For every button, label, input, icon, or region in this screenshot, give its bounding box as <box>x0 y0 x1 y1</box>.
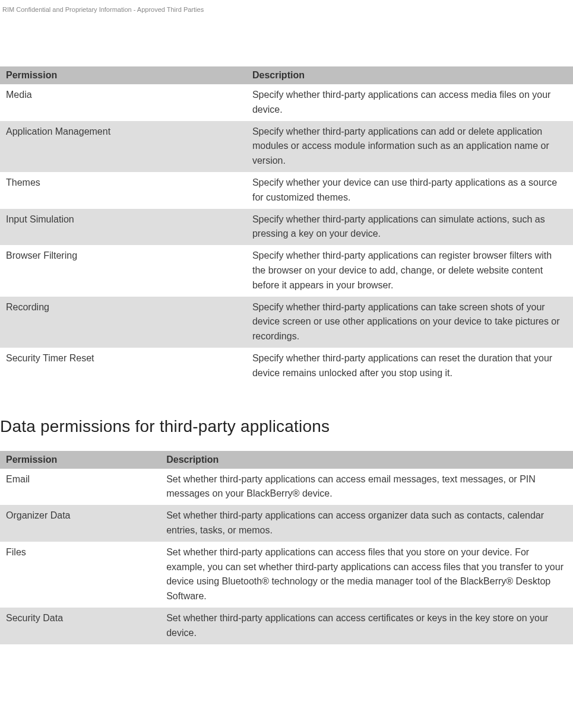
permission-cell: Themes <box>0 172 246 209</box>
header-confidential-note: RIM Confidential and Proprietary Informa… <box>0 6 573 66</box>
table-row: Browser Filtering Specify whether third-… <box>0 245 573 296</box>
permission-cell: Email <box>0 469 160 506</box>
permission-cell: Browser Filtering <box>0 245 246 296</box>
table-row: Organizer Data Set whether third-party a… <box>0 505 573 542</box>
data-permissions-table: Permission Description Email Set whether… <box>0 451 573 644</box>
table-row: Security Data Set whether third-party ap… <box>0 608 573 644</box>
description-cell: Specify whether third-party applications… <box>246 348 573 384</box>
description-cell: Specify whether third-party applications… <box>246 84 573 121</box>
description-cell: Specify whether your device can use thir… <box>246 172 573 209</box>
description-cell: Specify whether third-party applications… <box>246 209 573 246</box>
permission-cell: Input Simulation <box>0 209 246 246</box>
description-cell: Specify whether third-party applications… <box>246 245 573 296</box>
description-cell: Specify whether third-party applications… <box>246 121 573 172</box>
permission-cell: Organizer Data <box>0 505 160 542</box>
page-number: 296 <box>0 644 573 728</box>
table1-header-description: Description <box>246 66 573 84</box>
description-cell: Specify whether third-party applications… <box>246 297 573 348</box>
table-row: Recording Specify whether third-party ap… <box>0 297 573 348</box>
permission-cell: Security Data <box>0 608 160 644</box>
permission-cell: Files <box>0 542 160 608</box>
table2-header-permission: Permission <box>0 451 160 469</box>
permission-cell: Recording <box>0 297 246 348</box>
table2-header-description: Description <box>160 451 573 469</box>
description-cell: Set whether third-party applications can… <box>160 469 573 506</box>
permission-cell: Application Management <box>0 121 246 172</box>
table-row: Themes Specify whether your device can u… <box>0 172 573 209</box>
table-row: Security Timer Reset Specify whether thi… <box>0 348 573 384</box>
table-row: Files Set whether third-party applicatio… <box>0 542 573 608</box>
table-row: Input Simulation Specify whether third-p… <box>0 209 573 246</box>
table-row: Media Specify whether third-party applic… <box>0 84 573 121</box>
description-cell: Set whether third-party applications can… <box>160 608 573 644</box>
table1-header-permission: Permission <box>0 66 246 84</box>
table-row: Application Management Specify whether t… <box>0 121 573 172</box>
permission-cell: Media <box>0 84 246 121</box>
description-cell: Set whether third-party applications can… <box>160 505 573 542</box>
section-title: Data permissions for third-party applica… <box>0 417 573 436</box>
table-row: Email Set whether third-party applicatio… <box>0 469 573 506</box>
interaction-permissions-table: Permission Description Media Specify whe… <box>0 66 573 384</box>
permission-cell: Security Timer Reset <box>0 348 246 384</box>
description-cell: Set whether third-party applications can… <box>160 542 573 608</box>
